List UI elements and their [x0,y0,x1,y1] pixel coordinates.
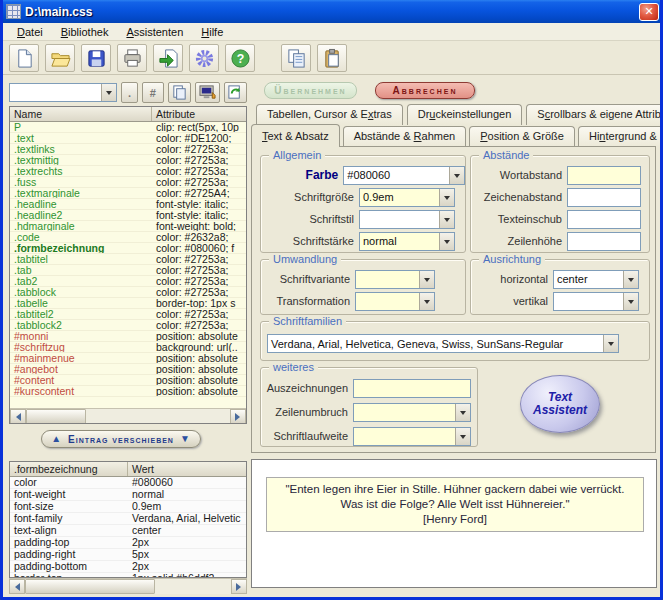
table-row[interactable]: .tab2 color: #27253a; [10,276,246,287]
paste-button[interactable] [317,44,347,72]
selector-table-hscrollbar[interactable] [10,408,246,424]
table-row[interactable]: .headline font-style: italic; [10,199,246,210]
zeilenhoehe-input[interactable] [567,232,641,251]
chevron-down-icon[interactable] [101,84,116,101]
cancel-button[interactable]: Abbrechen [375,82,475,99]
menu-item[interactable]: Bibliothek [53,25,117,39]
zeilenumbruch-combo[interactable] [353,403,471,422]
chevron-down-icon[interactable] [603,335,618,352]
apply-button[interactable]: Übernehmen [264,82,357,99]
chevron-down-icon[interactable] [455,428,470,445]
chevron-down-icon[interactable] [449,167,464,184]
import-button[interactable] [153,44,183,72]
schriftlaufweite-combo[interactable] [353,427,471,446]
selector-filter-combo[interactable] [9,83,117,102]
tab[interactable]: Text & Absatz [251,124,340,147]
tab[interactable]: Druckeinstellungen [407,104,523,125]
table-row[interactable]: .fuss color: #27253a; [10,177,246,188]
table-row[interactable]: color #080060 [10,477,246,489]
auszeichnungen-input[interactable] [353,379,471,398]
menu-item[interactable]: Assistenten [118,25,191,39]
chevron-down-icon[interactable] [419,293,434,310]
table-row[interactable]: #schriftzug background: url(.. [10,342,246,353]
wortabstand-input[interactable] [567,166,641,185]
class-dot-button[interactable]: . [121,82,138,103]
scrollbar-thumb[interactable] [25,579,155,594]
zeichenabstand-input[interactable] [567,188,641,207]
property-table-hscrollbar[interactable] [9,578,247,594]
chevron-down-icon[interactable] [455,404,470,421]
table-row[interactable]: padding-top 2px [10,537,246,549]
horizontal-combo[interactable]: center [553,270,639,289]
chevron-down-icon[interactable] [623,271,638,288]
copy-style-button[interactable] [168,82,191,103]
table-row[interactable]: .hdmarginale font-weight: bold; [10,221,246,232]
scroll-right-icon[interactable] [230,409,246,424]
table-row[interactable]: font-weight normal [10,489,246,501]
table-row[interactable]: .tabtitel2 color: #27253a; [10,309,246,320]
help-button[interactable]: ? [225,44,255,72]
table-row[interactable]: #mainmenue position: absolute [10,353,246,364]
tab[interactable]: Scrollbars & eigene Attribute [526,104,663,125]
chevron-down-icon[interactable] [439,189,454,206]
table-row[interactable]: font-size 0.9em [10,501,246,513]
chevron-down-icon[interactable] [419,271,434,288]
chevron-down-icon[interactable] [623,293,638,310]
open-file-button[interactable] [45,44,75,72]
save-button[interactable] [81,44,111,72]
scrollbar-thumb[interactable] [26,409,86,424]
tab[interactable]: Hintergrund & Listen [578,126,663,147]
table-row[interactable]: .tab color: #27253a; [10,265,246,276]
close-icon[interactable]: ✕ [639,3,659,21]
schriftfamilien-combo[interactable]: Verdana, Arial, Helvetica, Geneva, Swiss… [267,334,619,353]
table-row[interactable]: #kurscontent position: absolute [10,386,246,397]
menu-item[interactable]: Datei [9,25,51,39]
table-row[interactable]: padding-bottom 2px [10,561,246,573]
table-row[interactable]: .tabblock2 color: #27253a; [10,320,246,331]
texteinschub-input[interactable] [567,210,641,229]
table-row[interactable]: .text color: #DE1200; [10,133,246,144]
vertikal-combo[interactable] [553,292,639,311]
table-row[interactable]: font-family Verdana, Arial, Helvetic [10,513,246,525]
tab[interactable]: Position & Größe [469,126,575,147]
chevron-down-icon[interactable] [439,233,454,250]
scroll-left-icon[interactable] [10,409,26,424]
table-row[interactable]: .textmarginale color: #2725A4; [10,188,246,199]
preview-monitor-button[interactable] [195,82,220,103]
new-file-button[interactable] [9,44,39,72]
table-row[interactable]: .code color: #2632a8; [10,232,246,243]
text-assistant-button[interactable]: Text Assistent [520,375,600,433]
id-hash-button[interactable]: # [142,82,163,103]
copy-button[interactable] [281,44,311,72]
table-row[interactable]: text-align center [10,525,246,537]
table-row[interactable]: padding-right 5px [10,549,246,561]
tab[interactable]: Abstände & Rahmen [343,126,467,147]
scrollbar-track[interactable] [26,409,230,424]
scroll-left-icon[interactable] [9,579,25,594]
tab[interactable]: Tabellen, Cursor & Extras [256,104,403,125]
schriftgroesse-combo[interactable]: 0.9em [359,188,455,207]
table-row[interactable]: .tabelle border-top: 1px s [10,298,246,309]
table-row[interactable]: .tabtitel color: #27253a; [10,254,246,265]
scrollbar-track[interactable] [25,579,231,594]
table-row[interactable]: .headline2 font-style: italic; [10,210,246,221]
schriftvariante-combo[interactable] [355,270,435,289]
chevron-down-icon[interactable] [439,211,454,228]
table-row[interactable]: #monni position: absolute [10,331,246,342]
table-row[interactable]: P clip: rect(5px, 10p [10,122,246,133]
table-row[interactable]: .formbezeichnung color: #080060; f [10,243,246,254]
table-row[interactable]: .textlinks color: #27253a; [10,144,246,155]
refresh-button[interactable] [224,82,247,103]
settings-button[interactable] [189,44,219,72]
table-row[interactable]: #angebot position: absolute [10,364,246,375]
schriftstil-combo[interactable] [359,210,455,229]
table-row[interactable]: #content position: absolute [10,375,246,386]
table-row[interactable]: .textrechts color: #27253a; [10,166,246,177]
move-entry-button[interactable]: ▲ Eintrag verschieben ▼ [41,430,201,448]
table-row[interactable]: .tabblock color: #27253a; [10,287,246,298]
menu-item[interactable]: Hilfe [193,25,231,39]
table-row[interactable]: .textmittig color: #27253a; [10,155,246,166]
scroll-right-icon[interactable] [231,579,247,594]
farbe-combo[interactable]: #080060 [343,166,465,185]
print-button[interactable] [117,44,147,72]
